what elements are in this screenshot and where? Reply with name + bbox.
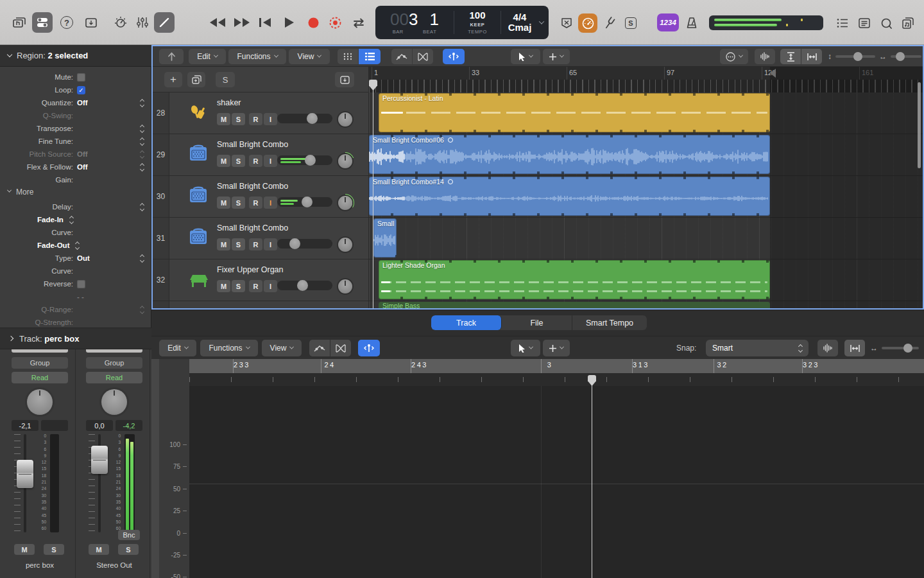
pan-knob[interactable] — [338, 196, 352, 210]
track-header-row[interactable]: 29 Small Bright Combo M S R I — [153, 134, 368, 176]
group-button[interactable]: Group — [86, 357, 142, 369]
inspector-row[interactable]: Fine Tune: — [0, 135, 151, 148]
record-enable-button[interactable]: R — [249, 238, 262, 250]
horizontal-auto-zoom-button[interactable] — [801, 49, 822, 64]
count-in-button[interactable]: 1234 — [657, 13, 679, 31]
inspector-row[interactable]: Reverse: — [0, 277, 151, 290]
record-button[interactable] — [303, 14, 323, 31]
volume-slider[interactable] — [277, 114, 332, 123]
mute-button[interactable]: M — [89, 544, 109, 555]
solo-button[interactable]: S — [232, 197, 245, 209]
slider-knob[interactable] — [289, 238, 300, 249]
inspector-row-value[interactable]: Off — [77, 99, 88, 107]
inspector-row[interactable]: Loop:✓ — [0, 83, 151, 96]
mute-button[interactable]: M — [14, 544, 35, 555]
pan-knob[interactable] — [338, 238, 352, 252]
slider-knob[interactable] — [297, 280, 308, 291]
tab-smart-tempo[interactable]: Smart Tempo — [572, 315, 647, 330]
quick-help-button[interactable]: ? — [56, 12, 77, 33]
discard-take-button[interactable] — [557, 13, 576, 33]
editor-waveform-zoom-button[interactable] — [817, 340, 838, 356]
volume-value[interactable]: -2,1 — [12, 420, 38, 431]
peak-value[interactable] — [41, 420, 68, 431]
track-header-row[interactable]: 32 Fixer Upper Organ M S R I — [153, 259, 368, 301]
input-monitor-button[interactable]: I — [264, 280, 277, 292]
inspector-row-value[interactable]: - - — [77, 293, 84, 301]
mute-button[interactable]: M — [217, 113, 230, 125]
pan-knob[interactable] — [338, 154, 352, 168]
note-pads-button[interactable] — [855, 13, 874, 33]
stepper-icon[interactable] — [141, 204, 144, 211]
pan-knob[interactable] — [101, 389, 127, 415]
add-track-button[interactable]: + — [164, 72, 182, 87]
inspector-more-header[interactable]: More — [0, 186, 151, 198]
inspector-row[interactable]: Transpose: — [0, 122, 151, 135]
low-latency-button[interactable]: S — [621, 13, 640, 33]
pan-knob[interactable] — [27, 389, 53, 415]
solo-button[interactable]: S — [232, 113, 245, 125]
track-lane[interactable]: Small — [369, 218, 923, 259]
stepper-icon[interactable] — [141, 138, 144, 145]
volume-slider[interactable] — [277, 239, 332, 249]
smart-controls-button[interactable] — [110, 12, 131, 33]
toolbar-toggle-button[interactable] — [81, 12, 101, 33]
editor-view-menu[interactable]: View — [262, 340, 302, 356]
inspector-row[interactable]: Delay: — [0, 200, 151, 213]
fader-handle[interactable] — [17, 460, 33, 488]
vertical-zoom-slider[interactable]: ↕ — [828, 52, 875, 61]
catch-playhead-button[interactable] — [335, 72, 354, 87]
track-name[interactable]: Small Bright Combo — [217, 223, 288, 232]
inspector-row-value[interactable]: Off — [77, 150, 88, 158]
mute-button[interactable]: M — [217, 280, 230, 292]
stop-to-beginning-button[interactable] — [255, 14, 275, 31]
pan-knob[interactable] — [338, 112, 352, 127]
snap-dropdown[interactable]: Smart — [706, 340, 809, 356]
inspector-row[interactable]: Curve: — [0, 265, 151, 277]
tab-file[interactable]: File — [502, 315, 572, 330]
tempo-lane[interactable] — [189, 386, 924, 578]
inspector-row[interactable]: Q-Range: — [0, 303, 151, 316]
stepper-icon[interactable] — [141, 125, 144, 132]
left-click-tool-menu[interactable] — [511, 49, 540, 64]
grid-view-button[interactable] — [338, 49, 358, 64]
tuner-button[interactable] — [578, 13, 597, 33]
slider-knob[interactable] — [307, 113, 318, 124]
track-lane[interactable]: Small Bright Combo#14 — [369, 176, 923, 218]
horizontal-zoom-slider[interactable]: ↔ — [879, 52, 921, 61]
inspector-row-value[interactable]: Out — [77, 254, 90, 262]
catch-playhead-toggle[interactable] — [443, 49, 465, 64]
mute-button[interactable]: M — [217, 197, 230, 209]
editor-plus-tool-menu[interactable] — [543, 340, 570, 356]
editor-automation-button[interactable] — [309, 340, 330, 356]
editor-pointer-tool-menu[interactable] — [511, 340, 540, 356]
loop-browser-button[interactable] — [877, 13, 896, 33]
input-monitor-button[interactable]: I — [264, 155, 277, 167]
capture-recording-button[interactable] — [325, 14, 345, 31]
list-view-button[interactable] — [359, 49, 381, 64]
slider-thumb[interactable] — [903, 344, 912, 353]
checkbox[interactable] — [77, 280, 85, 288]
track-header-row[interactable]: 28 shaker M S R I — [153, 92, 368, 134]
record-enable-button[interactable]: R — [249, 280, 262, 292]
master-solo-button[interactable]: S — [216, 72, 235, 87]
input-monitor-button[interactable]: I — [264, 238, 277, 250]
bounce-button[interactable]: Bnc — [118, 530, 140, 540]
slider-knob[interactable] — [305, 155, 316, 166]
tuning-fork-button[interactable] — [600, 13, 619, 33]
editor-catch-toggle[interactable] — [358, 340, 380, 356]
region-audio[interactable]: Small Bright Combo#06 — [369, 135, 770, 174]
input-monitor-button[interactable]: I — [264, 113, 277, 125]
region-audio[interactable]: Small Bright Combo#14 — [369, 177, 770, 216]
slider-thumb[interactable] — [853, 52, 862, 61]
strip-name[interactable]: Stereo Out — [83, 561, 145, 569]
lcd-display[interactable]: 003 1 BARBEAT 100 KEEP TEMPO 4/4 Cmaj — [375, 6, 549, 39]
automation-mode-button[interactable]: Read — [86, 372, 142, 383]
stepper-icon[interactable] — [141, 151, 144, 158]
pan-knob[interactable] — [338, 279, 352, 293]
solo-button[interactable]: S — [118, 544, 139, 555]
cycle-button[interactable] — [348, 14, 370, 31]
editor-functions-menu[interactable]: Functions — [200, 340, 258, 356]
slider-knob[interactable] — [302, 197, 312, 207]
event-list-button[interactable] — [833, 13, 852, 33]
editor-ruler[interactable]: 23324243331332323 — [189, 359, 924, 373]
